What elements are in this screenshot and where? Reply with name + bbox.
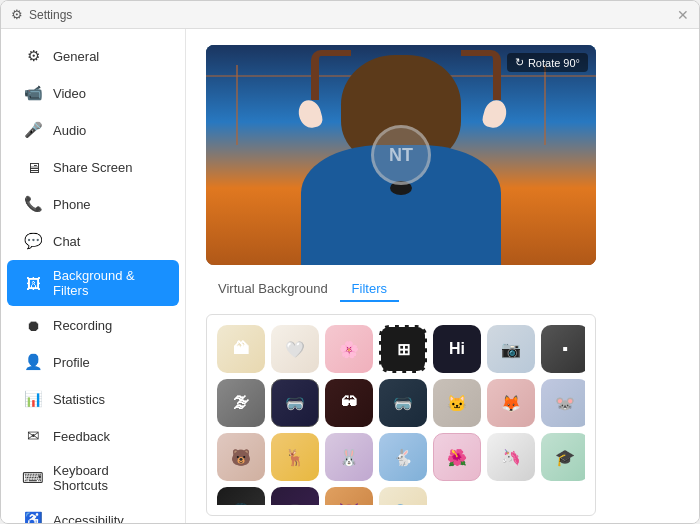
sidebar-label-chat: Chat <box>53 234 80 249</box>
chat-icon: 💬 <box>23 231 43 251</box>
filter-emoji-22: 🎩 <box>285 502 305 506</box>
filter-item-5[interactable]: 📷 <box>487 325 535 373</box>
filter-item-17[interactable]: 🐇 <box>379 433 427 481</box>
stats-icon: 📊 <box>23 389 43 409</box>
video-icon: 📹 <box>23 83 43 103</box>
feedback-icon: ✉ <box>23 426 43 446</box>
filter-item-6[interactable]: ▪ <box>541 325 585 373</box>
filter-item-23[interactable]: 😈 <box>325 487 373 505</box>
tab-filters[interactable]: Filters <box>340 277 399 302</box>
access-icon: ♿ <box>23 510 43 523</box>
filter-item-10[interactable]: 🥽 <box>379 379 427 427</box>
sidebar-item-statistics[interactable]: 📊 Statistics <box>7 381 179 417</box>
filter-item-18[interactable]: 🌺 <box>433 433 481 481</box>
filter-emoji-12: 🦊 <box>501 394 521 413</box>
filter-item-2[interactable]: 🌸 <box>325 325 373 373</box>
sidebar-label-background-filters: Background & Filters <box>53 268 163 298</box>
filter-emoji-13: 🐭 <box>555 394 575 413</box>
filter-emoji-2: 🌸 <box>339 340 359 359</box>
window-title: Settings <box>29 8 72 22</box>
filter-item-9[interactable]: 🕶 <box>325 379 373 427</box>
filter-item-19[interactable]: 🦄 <box>487 433 535 481</box>
sidebar-label-statistics: Statistics <box>53 392 105 407</box>
filter-emoji-14: 🐻 <box>231 448 251 467</box>
rotate-label: Rotate 90° <box>528 57 580 69</box>
antler-left <box>311 50 351 100</box>
main-content: Rotate 90° NT Virtual Background Filters <box>186 29 699 523</box>
filter-emoji-7: 🌫 <box>233 394 249 412</box>
filter-emoji-16: 🐰 <box>339 448 359 467</box>
filter-emoji-0: 🏔 <box>233 340 249 358</box>
filter-item-14[interactable]: 🐻 <box>217 433 265 481</box>
filter-item-12[interactable]: 🦊 <box>487 379 535 427</box>
filter-emoji-3: ⊞ <box>397 340 410 359</box>
filter-item-4[interactable]: Hi <box>433 325 481 373</box>
rotate-button[interactable]: Rotate 90° <box>507 53 588 72</box>
filter-item-0[interactable]: 🏔 <box>217 325 265 373</box>
filter-emoji-8: 🥽 <box>285 394 305 413</box>
filter-item-22[interactable]: 🎩 <box>271 487 319 505</box>
filter-item-24[interactable]: 🎭 <box>379 487 427 505</box>
sidebar-item-chat[interactable]: 💬 Chat <box>7 223 179 259</box>
keyboard-icon: ⌨ <box>23 468 43 488</box>
filter-emoji-10: 🥽 <box>393 394 413 413</box>
phone-icon: 📞 <box>23 194 43 214</box>
sidebar-label-general: General <box>53 49 99 64</box>
filter-emoji-20: 🎓 <box>555 448 575 467</box>
profile-icon: 👤 <box>23 352 43 372</box>
title-bar-title: ⚙ Settings <box>11 7 72 22</box>
sidebar-item-background-filters[interactable]: 🖼 Background & Filters <box>7 260 179 306</box>
tab-virtual-background[interactable]: Virtual Background <box>206 277 340 302</box>
sidebar-item-audio[interactable]: 🎤 Audio <box>7 112 179 148</box>
sidebar-item-keyboard-shortcuts[interactable]: ⌨ Keyboard Shortcuts <box>7 455 179 501</box>
filter-emoji-9: 🕶 <box>341 394 357 412</box>
sidebar: ⚙ General 📹 Video 🎤 Audio 🖥 Share Screen… <box>1 29 186 523</box>
filter-emoji-11: 🐱 <box>447 394 467 413</box>
audio-icon: 🎤 <box>23 120 43 140</box>
bg-icon: 🖼 <box>23 273 43 293</box>
filter-item-13[interactable]: 🐭 <box>541 379 585 427</box>
sidebar-label-video: Video <box>53 86 86 101</box>
sidebar-label-accessibility: Accessibility <box>53 513 124 524</box>
sidebar-item-profile[interactable]: 👤 Profile <box>7 344 179 380</box>
sidebar-item-video[interactable]: 📹 Video <box>7 75 179 111</box>
share-icon: 🖥 <box>23 157 43 177</box>
filter-item-7[interactable]: 🌫 <box>217 379 265 427</box>
filter-item-11[interactable]: 🐱 <box>433 379 481 427</box>
sidebar-item-feedback[interactable]: ✉ Feedback <box>7 418 179 454</box>
sidebar-item-general[interactable]: ⚙ General <box>7 38 179 74</box>
filter-item-20[interactable]: 🎓 <box>541 433 585 481</box>
sidebar-label-share-screen: Share Screen <box>53 160 133 175</box>
sidebar-item-share-screen[interactable]: 🖥 Share Screen <box>7 149 179 185</box>
sidebar-label-phone: Phone <box>53 197 91 212</box>
filter-grid-container: 🏔🤍🌸⊞Hi📷▪🌫🥽🕶🥽🐱🦊🐭🐻🦌🐰🐇🌺🦄🎓🌑🎩😈🎭 <box>206 314 596 516</box>
filter-item-8[interactable]: 🥽 <box>271 379 319 427</box>
bridge-tower-right <box>544 65 546 145</box>
filter-item-21[interactable]: 🌑 <box>217 487 265 505</box>
filter-item-15[interactable]: 🦌 <box>271 433 319 481</box>
rec-icon: ⏺ <box>23 315 43 335</box>
content-area: ⚙ General 📹 Video 🎤 Audio 🖥 Share Screen… <box>1 29 699 523</box>
close-button[interactable]: ✕ <box>677 8 689 22</box>
sidebar-label-audio: Audio <box>53 123 86 138</box>
filter-emoji-15: 🦌 <box>285 448 305 467</box>
sidebar-item-accessibility[interactable]: ♿ Accessibility <box>7 502 179 523</box>
filter-grid: 🏔🤍🌸⊞Hi📷▪🌫🥽🕶🥽🐱🦊🐭🐻🦌🐰🐇🌺🦄🎓🌑🎩😈🎭 <box>217 325 585 505</box>
filter-item-3[interactable]: ⊞ <box>379 325 427 373</box>
filter-emoji-4: Hi <box>449 340 465 358</box>
settings-icon: ⚙ <box>11 7 23 22</box>
filter-item-1[interactable]: 🤍 <box>271 325 319 373</box>
sidebar-label-profile: Profile <box>53 355 90 370</box>
sidebar-label-keyboard-shortcuts: Keyboard Shortcuts <box>53 463 163 493</box>
bridge-tower-left <box>236 65 238 145</box>
settings-window: ⚙ Settings ✕ ⚙ General 📹 Video 🎤 Audio 🖥… <box>0 0 700 524</box>
title-bar: ⚙ Settings ✕ <box>1 1 699 29</box>
filter-emoji-21: 🌑 <box>231 502 251 506</box>
filter-emoji-24: 🎭 <box>393 502 413 506</box>
sidebar-item-recording[interactable]: ⏺ Recording <box>7 307 179 343</box>
avatar-initials: NT <box>371 125 431 185</box>
tabs-row: Virtual Background Filters <box>206 277 679 302</box>
sidebar-item-phone[interactable]: 📞 Phone <box>7 186 179 222</box>
antler-right <box>461 50 501 100</box>
filter-item-16[interactable]: 🐰 <box>325 433 373 481</box>
